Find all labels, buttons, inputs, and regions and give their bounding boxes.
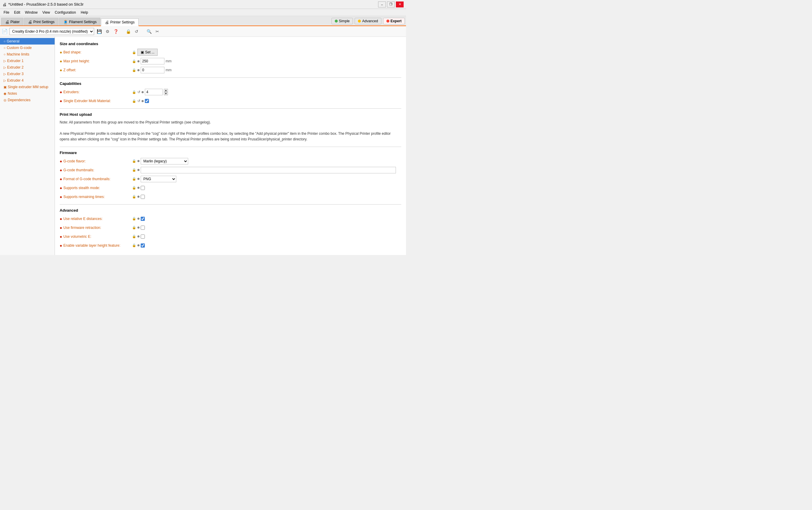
remaining-times-checkbox[interactable] [141, 195, 145, 199]
title-bar: 🖨 *Untitled - PrusaSlicer-2.5.0 based on… [0, 0, 406, 9]
relative-e-checkbox[interactable] [141, 217, 145, 221]
volumetric-e-row: ● Use volumetric E: 🔒 [60, 233, 401, 240]
extruders-label-text: Extruders: [63, 90, 80, 94]
set-btn-label: Set ... [145, 50, 154, 54]
stealth-mode-row: ● Supports stealth mode: 🔒 [60, 184, 401, 192]
cut-icon[interactable]: ✂ [154, 28, 161, 35]
bed-shape-controls: 🔒 ▣ Set ... [132, 49, 157, 56]
max-print-height-dot: ● [60, 59, 62, 63]
tab-print-settings[interactable]: 🖨 Print Settings [24, 18, 58, 26]
undo-icon[interactable]: ↺ [133, 28, 140, 35]
sidebar-item-machine-limits[interactable]: ○ Machine limits [0, 51, 55, 58]
menu-file[interactable]: File [1, 10, 11, 15]
max-print-height-input[interactable] [141, 58, 165, 64]
extruders-input[interactable] [145, 89, 163, 95]
relative-e-dot: ● [60, 217, 62, 221]
extruder1-icon: ▷ [4, 59, 6, 63]
machine-limits-icon: ○ [4, 53, 6, 56]
sidebar-item-extruder2[interactable]: ▷ Extruder 2 [0, 64, 55, 70]
tab-plater[interactable]: 🖨 Plater [1, 18, 24, 26]
z-offset-label-text: Z offset: [63, 68, 76, 72]
z-offset-dot-small [137, 69, 140, 71]
size-coords-section-title: Size and coordinates [60, 41, 401, 46]
firmware-retraction-label-text: Use firmware retraction: [63, 226, 101, 230]
mode-advanced-button[interactable]: Advanced [355, 18, 381, 24]
single-extruder-icon: ▣ [4, 85, 6, 89]
sidebar-item-general[interactable]: ○ General [0, 38, 55, 45]
gcode-thumbnails-controls: 🔒 [132, 167, 396, 173]
close-button[interactable]: ✕ [396, 1, 404, 7]
sidebar-item-notes[interactable]: ◉ Notes [0, 90, 55, 97]
z-offset-controls: 🔒 mm [132, 67, 172, 73]
sidebar-general-label: General [7, 39, 20, 43]
gcode-thumbnails-dot-small [137, 169, 140, 171]
mode-expert-button[interactable]: Expert [383, 18, 405, 24]
extruders-reset[interactable]: ↺ [137, 90, 140, 94]
firmware-retraction-label: ● Use firmware retraction: [60, 226, 131, 230]
max-height-lock: 🔒 [132, 59, 136, 63]
help-icon[interactable]: ❓ [113, 28, 119, 35]
gcode-flavor-select[interactable]: Marlin (legacy) Marlin 2 Klipper RepRapF… [141, 158, 188, 165]
remaining-times-lock: 🔒 [132, 195, 136, 199]
variable-layer-checkbox[interactable] [141, 244, 145, 248]
minimize-button[interactable]: – [378, 1, 386, 7]
format-thumbnails-select[interactable]: PNG JPG BMP [141, 176, 176, 182]
custom-gcode-icon: ○ [4, 46, 6, 50]
menu-configuration[interactable]: Configuration [53, 10, 78, 15]
sidebar-item-extruder4[interactable]: ▷ Extruder 4 [0, 77, 55, 84]
extruders-controls: 🔒 ↺ ▲ ▼ [132, 89, 168, 95]
profile-select[interactable]: Creality Ender-3 Pro (0.4 mm nozzle) (mo… [9, 28, 94, 35]
menu-help[interactable]: Help [78, 10, 90, 15]
divider-1 [60, 78, 401, 78]
bed-shape-set-button[interactable]: ▣ Set ... [137, 49, 157, 56]
dependencies-icon: ◎ [4, 98, 6, 102]
menu-window[interactable]: Window [23, 10, 40, 15]
sidebar-item-extruder1[interactable]: ▷ Extruder 1 [0, 58, 55, 64]
stealth-mode-checkbox[interactable] [141, 186, 145, 190]
volumetric-e-controls: 🔒 [132, 234, 145, 239]
extruder2-icon: ▷ [4, 66, 6, 69]
stealth-mode-lock: 🔒 [132, 186, 136, 190]
menu-view[interactable]: View [40, 10, 53, 15]
search-icon[interactable]: 🔍 [146, 28, 152, 35]
tab-filament-settings[interactable]: 🧵 Filament Settings [59, 18, 100, 26]
relative-e-lock: 🔒 [132, 217, 136, 221]
sidebar-dependencies-label: Dependencies [8, 98, 31, 102]
app-icon: 🖨 [2, 2, 6, 7]
bed-shape-label-text: Bed shape: [63, 50, 81, 54]
sidebar-item-extruder3[interactable]: ▷ Extruder 3 [0, 70, 55, 77]
z-offset-input[interactable] [141, 67, 165, 73]
sidebar-item-custom-gcode[interactable]: ○ Custom G-code [0, 45, 55, 51]
stealth-mode-label-text: Supports stealth mode: [63, 186, 100, 190]
mode-simple-button[interactable]: Simple [331, 18, 353, 24]
maximize-button[interactable]: ❐ [387, 1, 395, 7]
single-extruder-mm-label-text: Single Extruder Multi Material: [63, 99, 111, 103]
notes-icon: ◉ [4, 92, 6, 95]
gcode-thumbnails-input[interactable] [141, 167, 396, 173]
remaining-times-row: ● Supports remaining times: 🔒 [60, 193, 401, 201]
settings-icon[interactable]: ⚙ [104, 28, 111, 35]
remaining-times-label-text: Supports remaining times: [63, 195, 105, 199]
z-offset-row: ● Z offset: 🔒 mm [60, 66, 401, 74]
max-height-unit: mm [166, 59, 172, 63]
save-profile-icon[interactable]: 💾 [96, 28, 103, 35]
extruders-decrement[interactable]: ▼ [164, 92, 168, 95]
remaining-times-dot-small [137, 196, 140, 198]
menu-edit[interactable]: Edit [11, 10, 23, 15]
lock-icon[interactable]: 🔒 [125, 28, 132, 35]
single-extruder-reset[interactable]: ↺ [137, 99, 140, 103]
sidebar-item-single-extruder[interactable]: ▣ Single extruder MM setup [0, 84, 55, 90]
volumetric-e-checkbox[interactable] [141, 234, 145, 239]
divider-2 [60, 108, 401, 109]
sidebar-item-dependencies[interactable]: ◎ Dependencies [0, 97, 55, 103]
extruders-dot-small [142, 91, 144, 93]
extruders-increment[interactable]: ▲ [164, 89, 168, 92]
sidebar-extruder1-label: Extruder 1 [7, 59, 24, 63]
gcode-flavor-label-text: G-code flavor: [63, 159, 85, 163]
firmware-retraction-checkbox[interactable] [141, 226, 145, 230]
single-extruder-mm-checkbox[interactable] [145, 99, 149, 103]
variable-layer-dot-small [137, 244, 140, 246]
variable-layer-label-text: Enable variable layer height feature: [63, 244, 120, 248]
tab-printer-settings-label: Printer Settings [110, 20, 135, 24]
tab-printer-settings[interactable]: 🖨 Printer Settings [101, 19, 138, 26]
